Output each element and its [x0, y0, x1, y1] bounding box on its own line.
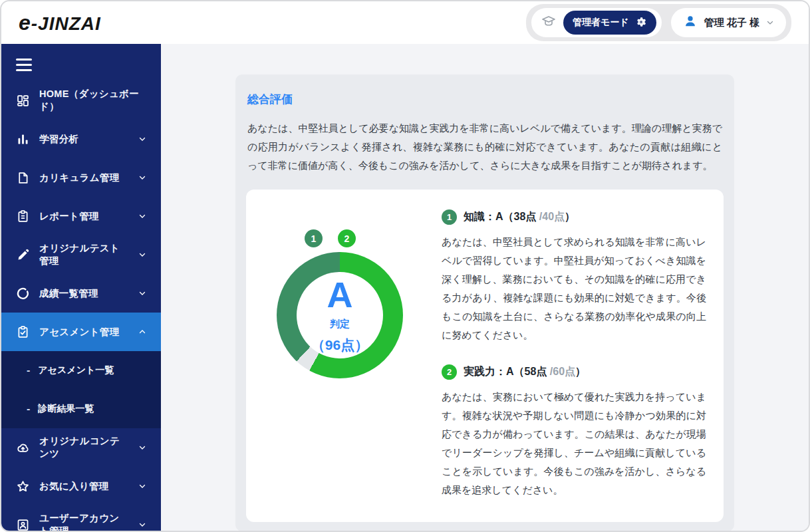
chevron-down-icon: [138, 212, 146, 220]
practical-number-badge: 2: [442, 364, 457, 380]
main-content: 総合評価 あなたは、中堅社員として必要な知識と実践力を非常に高いレベルで備えてい…: [161, 44, 809, 531]
clipboard-check-icon: [16, 325, 30, 339]
sidebar-item-learning-analysis[interactable]: 学習分析: [1, 120, 161, 158]
chevron-down-icon: [766, 19, 774, 27]
practical-score-title: 実践力：A（58点 /60点）: [464, 365, 586, 379]
chevron-up-icon: [138, 328, 146, 336]
sidebar-item-user-accounts[interactable]: ユーザーアカウント管理: [1, 505, 161, 532]
overall-evaluation-body: あなたは、中堅社員として必要な知識と実践力を非常に高いレベルで備えています。理論…: [246, 119, 724, 175]
score-card: A 判定 （96点） 1 2 1 知識：A（38点 /40点）: [246, 190, 724, 522]
practical-section: 2 実践力：A（58点 /60点） あなたは、実務において極めて優れた実践力を持…: [442, 364, 706, 499]
sidebar: HOME（ダッシュボード） 学習分析 カリキュラム管理 レポート管理: [1, 44, 161, 531]
header-controls: 管理者モード 管理 花子 様: [526, 4, 791, 41]
app-window: e-JINZAI 管理者モード: [0, 0, 810, 532]
logo: e-JINZAI: [19, 11, 101, 35]
knowledge-number-badge: 1: [442, 209, 457, 225]
mode-switch-pill[interactable]: 管理者モード: [531, 8, 662, 37]
sidebar-item-report[interactable]: レポート管理: [1, 197, 161, 235]
user-card-icon: [16, 518, 30, 532]
document-icon: [16, 171, 30, 185]
sidebar-subitem-diagnosis-results[interactable]: - 診断結果一覧: [1, 390, 161, 428]
sidebar-item-assessment[interactable]: アセスメント管理: [1, 313, 161, 351]
knowledge-score-body: あなたは、中堅社員として求められる知識を非常に高いレベルで習得しています。中堅社…: [442, 233, 706, 344]
sidebar-item-original-test[interactable]: オリジナルテスト管理: [1, 235, 161, 274]
menu-icon[interactable]: [1, 44, 44, 81]
assessment-submenu: - アセスメント一覧 - 診断結果一覧: [1, 351, 161, 428]
chevron-down-icon: [138, 444, 146, 452]
chevron-down-icon: [138, 174, 146, 182]
chevron-down-icon: [138, 521, 146, 529]
chevron-down-icon: [138, 289, 146, 297]
sidebar-item-curriculum[interactable]: カリキュラム管理: [1, 158, 161, 197]
score-descriptions: 1 知識：A（38点 /40点） あなたは、中堅社員として求められる知識を非常に…: [442, 209, 706, 499]
sidebar-subitem-assessment-list[interactable]: - アセスメント一覧: [1, 351, 161, 390]
sidebar-item-favorites[interactable]: お気に入り管理: [1, 467, 161, 505]
header: e-JINZAI 管理者モード: [1, 1, 809, 44]
sidebar-item-original-content[interactable]: オリジナルコンテンツ: [1, 428, 161, 467]
user-menu[interactable]: 管理 花子 様: [671, 8, 786, 37]
dashboard-icon: [16, 94, 30, 108]
grade-value: A: [327, 277, 353, 313]
sidebar-item-grades[interactable]: 成績一覧管理: [1, 274, 161, 313]
cloud-upload-icon: [16, 441, 30, 455]
overall-evaluation-title: 総合評価: [246, 86, 724, 107]
graduation-cap-icon: [541, 13, 557, 32]
gear-icon: [635, 16, 647, 30]
admin-mode-button[interactable]: 管理者モード: [563, 11, 656, 35]
overall-donut: A 判定 （96点）: [277, 252, 403, 378]
knowledge-score-title: 知識：A（38点 /40点）: [464, 210, 575, 224]
segment-1-badge: 1: [305, 229, 323, 247]
chevron-down-icon: [138, 251, 146, 259]
knowledge-section: 1 知識：A（38点 /40点） あなたは、中堅社員として求められる知識を非常に…: [442, 209, 706, 344]
donut-center: A 判定 （96点）: [297, 272, 383, 358]
grade-label: 判定: [330, 318, 350, 331]
overall-evaluation-panel: 総合評価 あなたは、中堅社員として必要な知識と実践力を非常に高いレベルで備えてい…: [235, 74, 734, 531]
admin-mode-label: 管理者モード: [573, 17, 629, 29]
chevron-down-icon: [138, 135, 146, 143]
sidebar-item-home[interactable]: HOME（ダッシュボード）: [1, 81, 161, 120]
user-name: 管理 花子 様: [704, 17, 759, 29]
score-donut-wrap: A 判定 （96点） 1 2: [263, 209, 416, 499]
bar-chart-icon: [16, 132, 30, 146]
progress-circle-icon: [16, 287, 30, 301]
chevron-down-icon: [138, 482, 146, 490]
segment-2-badge: 2: [338, 229, 356, 247]
user-icon: [683, 14, 698, 31]
clipboard-icon: [16, 209, 30, 223]
star-icon: [16, 479, 30, 493]
total-score: （96点）: [311, 336, 368, 354]
practical-score-body: あなたは、実務において極めて優れた実践力を持っています。複雑な状況や予期しない問…: [442, 388, 706, 499]
pencil-icon: [16, 248, 30, 262]
